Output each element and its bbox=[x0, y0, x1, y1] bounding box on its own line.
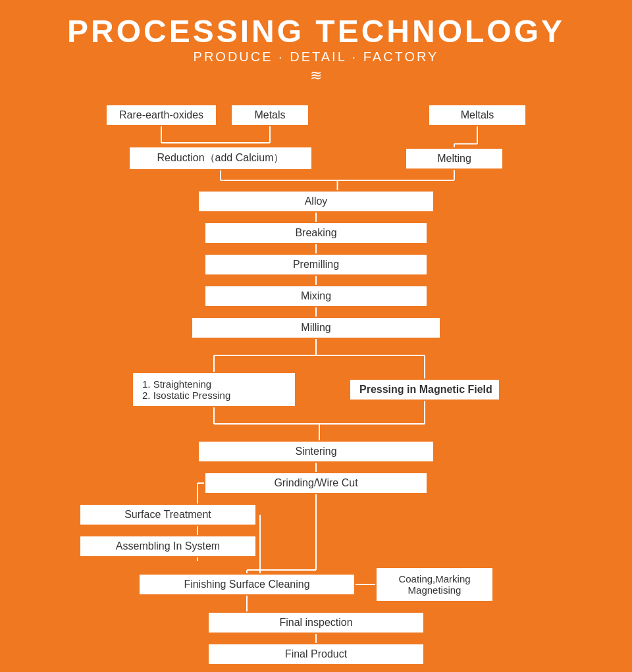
alloy-box: Alloy bbox=[198, 190, 434, 213]
rare-earth-box: Rare-earth-oxides bbox=[105, 104, 217, 126]
row-6: Mixing bbox=[33, 285, 599, 307]
breaking-box: Breaking bbox=[204, 222, 428, 244]
row-3: Alloy bbox=[33, 190, 599, 213]
mixing-box: Mixing bbox=[204, 285, 428, 307]
row-4: Breaking bbox=[33, 222, 599, 244]
milling-box: Milling bbox=[191, 317, 441, 339]
row-11-12-container: Surface Treatment Assembling In System bbox=[33, 504, 599, 557]
metals-box: Metals bbox=[230, 104, 309, 126]
grinding-box: Grinding/Wire Cut bbox=[204, 472, 428, 494]
row-5: Premilling bbox=[33, 253, 599, 276]
surface-box: Surface Treatment bbox=[79, 504, 257, 526]
page-header: PROCESSING TECHNOLOGY PRODUCE · DETAIL ·… bbox=[67, 13, 565, 84]
assembling-box: Assembling In System bbox=[79, 535, 257, 557]
row-1: Rare-earth-oxides Metals Meltals bbox=[33, 104, 599, 126]
pressing-box: Pressing in Magnetic Field bbox=[349, 378, 500, 401]
row-10: Grinding/Wire Cut bbox=[33, 472, 599, 494]
straightening-box: 1. Straightening 2. Isostatic Pressing bbox=[132, 372, 296, 407]
sintering-box: Sintering bbox=[198, 440, 434, 463]
meltals-box: Meltals bbox=[428, 104, 527, 126]
premilling-box: Premilling bbox=[204, 253, 428, 276]
final-product-box: Final Product bbox=[207, 643, 425, 665]
row-9: Sintering bbox=[33, 440, 599, 463]
subtitle: PRODUCE · DETAIL · FACTORY bbox=[67, 49, 565, 65]
row-15: Final Product bbox=[33, 643, 599, 665]
row-2: Reduction（add Calcium） Melting bbox=[33, 146, 599, 170]
reduction-box: Reduction（add Calcium） bbox=[128, 146, 313, 170]
row-8: 1. Straightening 2. Isostatic Pressing P… bbox=[33, 372, 599, 407]
melting-box: Melting bbox=[405, 147, 504, 170]
row-7: Milling bbox=[33, 317, 599, 339]
finishing-box: Finishing Surface Cleaning bbox=[138, 573, 356, 596]
decoration: ≋ bbox=[67, 67, 565, 84]
row-13: Finishing Surface Cleaning Coating,Marki… bbox=[33, 567, 599, 602]
row-12: Assembling In System bbox=[79, 535, 599, 557]
coating-box: Coating,Marking Magnetising bbox=[375, 567, 494, 602]
final-inspection-box: Final inspection bbox=[207, 611, 425, 634]
main-title: PROCESSING TECHNOLOGY bbox=[67, 13, 565, 49]
process-diagram: Rare-earth-oxides Metals Meltals Reducti… bbox=[33, 97, 599, 665]
row-14: Final inspection bbox=[33, 611, 599, 634]
row-11: Surface Treatment bbox=[79, 504, 599, 526]
